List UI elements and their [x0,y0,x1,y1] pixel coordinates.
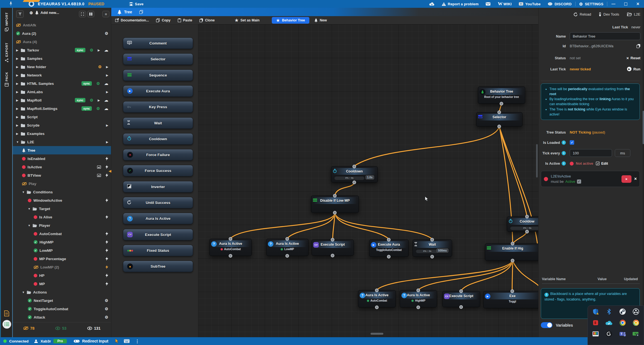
name-input[interactable]: Behavior Tree [570,32,640,40]
tree-caret-icon[interactable]: ▶ [16,65,19,68]
sidebar-item-samples[interactable]: ▶Samples [13,54,111,63]
import-tool[interactable]: IMPORT [1,12,12,31]
tray-bluetooth-icon[interactable] [605,308,613,315]
palette-comment[interactable]: Comment [123,38,193,49]
run-button[interactable]: ▶ Run [627,67,640,71]
tray-browser-2-icon[interactable] [632,319,640,326]
palette-inverter[interactable]: Inverter [123,181,193,193]
tree-caret-icon[interactable]: ▼ [22,291,25,294]
sidebar-item-mp-percentage[interactable]: MP Percentage [13,255,111,263]
new-tree-button[interactable]: New [314,18,327,22]
node-port-bottom[interactable] [331,254,334,257]
node-port-bottom[interactable] [500,102,503,105]
is-loaded-checkbox[interactable]: ✓ [570,140,574,145]
cursor-tool-icon[interactable] [115,339,119,344]
tray-photos-icon[interactable] [592,330,599,337]
node-root[interactable]: Behavior TreeRoot of your behavior tree [478,87,525,104]
dismiss-condition-button[interactable]: × [634,176,637,181]
edit-button[interactable]: Edit [596,161,608,166]
node-port-bottom[interactable] [285,254,289,258]
mail-button[interactable] [486,2,490,6]
sidebar-item-maproll-settings[interactable]: ▶MapRoll.Settingssync⚙☁ [13,104,111,113]
node-port-bottom[interactable] [525,230,529,233]
node-selector[interactable]: Selector [476,112,522,127]
sidebar-item-examples[interactable]: ▶Examples [13,129,111,138]
tick-every-input[interactable]: 100 [570,149,612,157]
export-tool[interactable]: EXPORT [1,43,12,62]
palette-subtree[interactable]: ♠SubTree [123,261,193,272]
sidebar-item-player[interactable]: ▼Player [13,221,111,230]
tree-caret-icon[interactable]: ▶ [16,99,19,102]
add-new-button[interactable]: ⊕ Add new... [29,11,74,15]
sidebar-item-conditions[interactable]: ▼Conditions [13,188,111,196]
palette-force-success[interactable]: ✓Force Success [123,165,193,176]
wiki-button[interactable]: WWIKI [498,1,512,7]
palette-cooldown[interactable]: Cooldown [123,133,193,145]
gear-icon[interactable]: ⚙ [105,307,108,311]
cloud-icon[interactable]: ☁ [104,106,108,111]
sidebar-item-autocombat[interactable]: AutoCombat [13,230,111,238]
sidebar-item-aura-2-[interactable]: ✓Aura (2)⚙ [13,29,111,38]
node-disable-if-low-mp[interactable]: Disable If Low MP [311,196,359,213]
sidebar-item-html-samples[interactable]: ▶HTML Samplessync⚙☁ [13,79,111,88]
node-exec-aura-2[interactable]: ▶ExeToggl [483,291,538,308]
sidebar-item-maproll[interactable]: ▶MapRollsync⚙▶☁ [13,96,111,104]
partial-count[interactable]: 53 [55,326,66,331]
node-aura-active-1[interactable]: ?Aura Is ActiveAutoCombat [209,239,252,256]
redirect-input-label[interactable]: Redirect Input [82,339,108,343]
minimize-button[interactable]: — [607,0,620,8]
discord-button[interactable]: DISCORD [548,2,571,6]
node-exec-script-1[interactable]: C#Execute Script [312,240,354,256]
variables-toggle[interactable] [541,322,552,328]
sidebar-item-mp[interactable]: MP [13,280,111,288]
sidebar-item-tarkov[interactable]: ▶Tarkovsync⚙▶☁ [13,46,111,54]
behavior-tree-button[interactable]: ★ Behavior Tree [272,17,309,24]
duplicate-tab-icon[interactable] [139,10,143,14]
cloud-icon[interactable]: ☁ [104,98,108,102]
settings-button[interactable]: ⚙ SETTINGS [579,2,603,6]
tree-caret-icon[interactable]: ▶ [16,49,19,52]
tab-tree[interactable]: Tree [124,10,132,14]
notes-icon[interactable] [4,310,9,316]
palette-execute-aura[interactable]: ▶Execute Aura [123,85,193,97]
documentation-button[interactable]: Documentation... [115,18,149,22]
sidebar-item-attack[interactable]: ✓Attack⚙ [13,313,111,321]
node-aura-active-4[interactable]: ?Aura Is ActiveHighMP [400,290,437,307]
palette-key-press[interactable]: Key Press [123,101,193,113]
copy-id-icon[interactable] [636,44,640,48]
condition-checkbox[interactable]: ✓ [577,179,581,184]
node-port-top[interactable] [497,110,501,114]
palette-selector[interactable]: Selector [123,53,193,65]
sidebar-item-btview[interactable]: BTView [13,171,111,179]
sidebar-item-aimlabs[interactable]: ▶AimLabs▶ [13,88,111,96]
node-aura-active-3[interactable]: ?Aura Is ActiveAutoCombat [358,290,396,307]
sidebar-menu-button[interactable]: ≡ [102,11,109,17]
tray-red-app-icon[interactable] [592,319,599,326]
sidebar-item-lowmp[interactable]: ✓LowMP [13,246,111,255]
node-port-top[interactable] [525,215,529,218]
close-button[interactable]: × [632,0,644,8]
tray-teams-icon[interactable]: T [619,330,626,337]
tray-obs-icon[interactable] [632,308,640,315]
sidebar-item-hp[interactable]: HP [13,271,111,280]
palette-wait[interactable]: Wait [123,117,193,129]
node-exec-aura-1[interactable]: ▶Execute AuraToggleAutoCombat [369,240,409,257]
info-icon[interactable]: i [562,151,566,155]
node-port-bottom[interactable] [511,259,514,262]
gear-icon[interactable]: ⚙ [90,98,93,102]
tray-cloud-check-icon[interactable] [605,319,613,326]
chevron-right-icon[interactable]: ▶ [98,99,100,102]
node-exec-script-2[interactable]: C#Execute Script [442,291,480,307]
remove-condition-button[interactable]: × [621,175,631,183]
tray-wallet-icon[interactable] [632,330,640,337]
tree-caret-icon[interactable]: ▶ [16,107,19,110]
node-port-top[interactable] [331,238,334,241]
tray-steam-icon[interactable] [619,308,626,315]
sidebar-item-l2e[interactable]: ▼L2E▶ [13,138,111,146]
gear-icon[interactable]: ⚙ [96,81,100,86]
info-icon[interactable]: i [562,161,566,166]
tray-defender-icon[interactable] [592,308,599,315]
sidebar-item-toggleautocombat[interactable]: ✓ToggleAutoCombat⚙ [13,305,111,313]
expand-all-button[interactable] [79,11,86,17]
sidebar-item-network[interactable]: ▶Network▶ [13,71,111,79]
